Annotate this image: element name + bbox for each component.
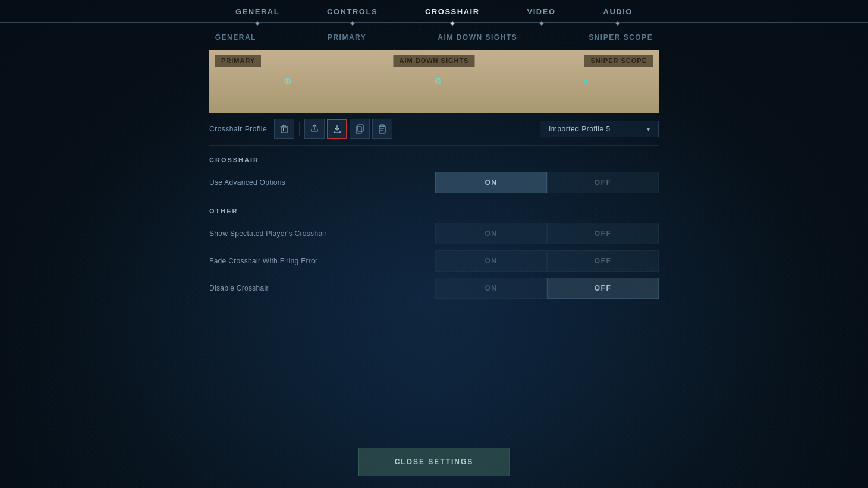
toggle-off-disable-crosshair[interactable]: Off: [547, 278, 659, 299]
subtab-aim-down-sights[interactable]: AIM DOWN SIGHTS: [438, 33, 517, 42]
setting-label-fade-crosshair: Fade Crosshair With Firing Error: [209, 252, 435, 270]
copy-icon: [355, 124, 364, 134]
copy-button[interactable]: [350, 119, 370, 139]
subtab-primary[interactable]: PRIMARY: [328, 33, 366, 42]
toggle-group-disable-crosshair: On Off: [435, 278, 659, 299]
svg-rect-9: [358, 125, 363, 131]
crosshair-ads-indicator: ⊕: [434, 77, 442, 86]
crosshair-sniper-indicator: [584, 80, 587, 83]
preview-label-ads: AIM DOWN SIGHTS: [393, 55, 474, 67]
tab-video[interactable]: VIDEO: [527, 7, 556, 22]
tab-general[interactable]: GENERAL: [235, 7, 279, 22]
subtab-sniper-scope[interactable]: SNIPER SCOPE: [589, 33, 653, 42]
setting-label-use-advanced-options: Use Advanced Options: [209, 174, 435, 191]
trash-icon: [279, 124, 289, 134]
setting-label-show-spectated: Show Spectated Player's Crosshair: [209, 225, 435, 243]
download-icon: [332, 124, 342, 134]
tab-controls[interactable]: CONTROLS: [327, 7, 378, 22]
toggle-on-use-advanced-options[interactable]: On: [435, 172, 547, 193]
export-button[interactable]: [304, 119, 325, 139]
close-settings-wrapper: CLOSE SETTINGS: [358, 448, 510, 476]
svg-rect-10: [356, 127, 361, 133]
clipboard-icon: [378, 124, 387, 134]
toggle-group-show-spectated: On Off: [435, 223, 659, 244]
toggle-off-show-spectated[interactable]: Off: [547, 223, 659, 244]
crosshair-section-header: CROSSHAIR: [209, 146, 659, 169]
dropdown-arrow-icon: ▾: [647, 126, 650, 133]
toggle-group-fade-crosshair: On Off: [435, 250, 659, 272]
delete-button[interactable]: [274, 119, 294, 139]
toggle-off-use-advanced-options[interactable]: Off: [547, 172, 659, 193]
profile-label: Crosshair Profile: [209, 125, 267, 133]
setting-disable-crosshair: Disable Crosshair On Off: [209, 275, 659, 301]
preview-label-primary: PRIMARY: [215, 55, 261, 67]
subtab-general[interactable]: GENERAL: [215, 33, 256, 42]
profile-dropdown[interactable]: Imported Profile 5 ▾: [540, 121, 659, 137]
other-section-header: OTHER: [209, 197, 659, 221]
top-navigation: GENERAL CONTROLS CROSSHAIR VIDEO AUDIO: [0, 0, 868, 23]
toggle-on-show-spectated[interactable]: On: [435, 223, 547, 244]
setting-fade-crosshair: Fade Crosshair With Firing Error On Off: [209, 248, 659, 274]
preview-label-sniper: SNIPER SCOPE: [584, 55, 653, 67]
crosshair-toolbar: Crosshair Profile: [209, 113, 659, 146]
svg-rect-11: [379, 126, 385, 133]
main-content: Crosshair Profile: [209, 113, 659, 301]
toggle-on-fade-crosshair[interactable]: On: [435, 250, 547, 272]
svg-rect-0: [281, 127, 287, 133]
toolbar-divider: [299, 122, 300, 136]
close-settings-button[interactable]: CLOSE SETTINGS: [358, 448, 510, 476]
paste-button[interactable]: [372, 119, 392, 139]
toggle-on-disable-crosshair[interactable]: On: [435, 278, 547, 299]
crosshair-preview: PRIMARY AIM DOWN SIGHTS SNIPER SCOPE ⊕ ⊕: [209, 50, 659, 113]
toggle-off-fade-crosshair[interactable]: Off: [547, 250, 659, 272]
selected-profile-label: Imported Profile 5: [549, 125, 611, 133]
setting-label-disable-crosshair: Disable Crosshair: [209, 279, 435, 297]
tab-crosshair[interactable]: CROSSHAIR: [425, 7, 480, 22]
setting-show-spectated-crosshair: Show Spectated Player's Crosshair On Off: [209, 221, 659, 247]
toggle-group-use-advanced-options: On Off: [435, 172, 659, 193]
tab-audio[interactable]: AUDIO: [603, 7, 633, 22]
upload-icon: [310, 124, 319, 134]
crosshair-primary-indicator: ⊕: [284, 77, 291, 86]
import-button[interactable]: [327, 119, 347, 139]
sub-navigation: GENERAL PRIMARY AIM DOWN SIGHTS SNIPER S…: [0, 23, 868, 50]
setting-use-advanced-options: Use Advanced Options On Off: [209, 169, 659, 196]
